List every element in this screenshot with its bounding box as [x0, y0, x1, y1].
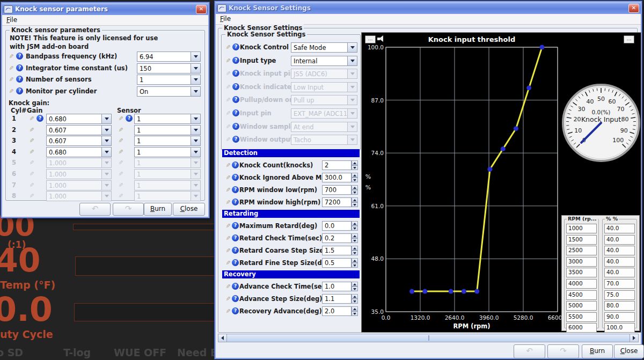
- dropdown[interactable]: 150: [137, 63, 201, 74]
- rpm-cell[interactable]: 3500: [566, 268, 597, 277]
- dropdown[interactable]: 1: [134, 191, 201, 201]
- spinner-field[interactable]: 0.5: [322, 258, 358, 268]
- help-icon[interactable]: ?: [232, 57, 239, 64]
- chevron-down-icon[interactable]: [191, 169, 201, 179]
- chevron-down-icon[interactable]: [191, 75, 201, 85]
- help-icon[interactable]: ?: [16, 64, 23, 71]
- help-icon[interactable]: ?: [232, 247, 239, 254]
- spinner-field[interactable]: 1.5: [322, 246, 358, 255]
- data-point[interactable]: [449, 289, 453, 294]
- pct-cell[interactable]: 40.0: [604, 235, 635, 245]
- chevron-down-icon[interactable]: [191, 191, 201, 201]
- pct-cell[interactable]: 80.0: [604, 301, 635, 311]
- pct-cell[interactable]: 40.0: [604, 268, 635, 277]
- dropdown[interactable]: 0.680: [46, 114, 112, 124]
- help-icon[interactable]: ?: [16, 76, 23, 83]
- rpm-cell[interactable]: 4500: [566, 290, 597, 300]
- data-point[interactable]: [539, 45, 544, 50]
- chevron-down-icon[interactable]: [101, 169, 112, 179]
- chevron-down-icon[interactable]: [191, 114, 201, 124]
- chevron-down-icon[interactable]: [347, 135, 357, 145]
- dropdown[interactable]: JS5 (ADC6): [291, 69, 357, 79]
- chevron-down-icon[interactable]: [101, 147, 112, 157]
- scrollbar-thumb[interactable]: [227, 334, 630, 342]
- spinner-up-icon[interactable]: [352, 221, 358, 226]
- spinner-down-icon[interactable]: [352, 311, 358, 316]
- spinner-field[interactable]: 2: [322, 160, 358, 170]
- dropdown[interactable]: Tacho: [291, 135, 357, 145]
- rpm-cell[interactable]: 1500: [566, 235, 597, 245]
- chevron-down-icon[interactable]: [101, 125, 112, 135]
- chevron-down-icon[interactable]: [347, 122, 357, 132]
- spinner-up-icon[interactable]: [352, 197, 358, 202]
- undo-button[interactable]: ↶: [514, 344, 545, 358]
- help-icon[interactable]: ?: [232, 96, 239, 103]
- undo-button[interactable]: ↶: [79, 203, 111, 216]
- spinner-field[interactable]: 1.0: [322, 282, 358, 291]
- spinner-field[interactable]: 0.0: [322, 221, 358, 231]
- spinner-down-icon[interactable]: [352, 251, 358, 255]
- chevron-down-icon[interactable]: [191, 158, 201, 168]
- dropdown[interactable]: 0.607: [46, 136, 112, 146]
- chevron-down-icon[interactable]: [347, 108, 357, 119]
- pct-cell[interactable]: 40.0: [604, 246, 635, 255]
- help-icon[interactable]: ?: [16, 87, 23, 94]
- chart-options-button[interactable]: …: [365, 35, 376, 43]
- spinner-up-icon[interactable]: [352, 258, 358, 263]
- help-icon[interactable]: ?: [232, 307, 239, 314]
- help-icon[interactable]: ?: [232, 295, 239, 302]
- dropdown[interactable]: 1.000: [46, 180, 112, 190]
- chevron-down-icon[interactable]: [101, 191, 112, 201]
- dropdown[interactable]: 6.94: [137, 52, 201, 62]
- chevron-down-icon[interactable]: [101, 136, 112, 146]
- rpm-cell[interactable]: 4000: [566, 279, 597, 289]
- help-icon[interactable]: ?: [232, 174, 239, 181]
- spinner-down-icon[interactable]: [352, 263, 358, 268]
- dropdown[interactable]: 1.000: [46, 169, 112, 179]
- dropdown[interactable]: Pull up: [291, 95, 357, 105]
- dropdown[interactable]: 1: [134, 136, 201, 146]
- data-point[interactable]: [501, 146, 506, 151]
- close-button[interactable]: Close: [173, 203, 205, 216]
- chevron-down-icon[interactable]: [347, 95, 357, 105]
- redo-button[interactable]: ↷: [113, 203, 144, 216]
- chevron-down-icon[interactable]: [191, 86, 201, 97]
- chevron-down-icon[interactable]: [191, 63, 201, 74]
- chevron-down-icon[interactable]: [101, 114, 112, 124]
- spinner-up-icon[interactable]: [352, 306, 358, 311]
- chevron-down-icon[interactable]: [191, 125, 201, 135]
- close-icon[interactable]: ✕: [628, 4, 639, 13]
- pct-cell[interactable]: 75.0: [604, 290, 635, 300]
- left-window-titlebar[interactable]: Knock sensor parameters ✕: [2, 3, 208, 15]
- dropdown[interactable]: Internal: [291, 56, 357, 66]
- dropdown[interactable]: 1: [137, 75, 201, 85]
- spinner-up-icon[interactable]: [352, 246, 358, 251]
- dropdown[interactable]: 1.000: [46, 158, 112, 168]
- dropdown[interactable]: 1: [134, 169, 201, 179]
- help-icon[interactable]: ?: [232, 259, 239, 266]
- chevron-down-icon[interactable]: [347, 42, 357, 53]
- scroll-left-arrow[interactable]: [218, 334, 227, 342]
- chevron-down-icon[interactable]: [101, 180, 112, 190]
- dropdown[interactable]: 1.000: [46, 191, 112, 201]
- help-icon[interactable]: ?: [232, 70, 239, 77]
- dropdown[interactable]: EXT_MAP (ADC11): [291, 108, 357, 119]
- close-button[interactable]: Close: [614, 344, 644, 358]
- help-icon[interactable]: ?: [232, 109, 239, 116]
- spinner-up-icon[interactable]: [352, 233, 358, 238]
- spinner-down-icon[interactable]: [352, 202, 358, 207]
- help-icon[interactable]: ?: [232, 186, 239, 193]
- chevron-down-icon[interactable]: [347, 56, 357, 66]
- chevron-down-icon[interactable]: [101, 158, 112, 168]
- help-icon[interactable]: ?: [232, 222, 239, 229]
- dropdown[interactable]: Safe Mode: [291, 42, 357, 53]
- dropdown[interactable]: 1: [134, 125, 201, 135]
- horizontal-scrollbar[interactable]: [218, 334, 639, 342]
- spinner-field[interactable]: 7200: [322, 197, 358, 207]
- spinner-down-icon[interactable]: [352, 165, 358, 170]
- data-point[interactable]: [422, 289, 427, 294]
- chevron-down-icon[interactable]: [191, 147, 201, 157]
- help-icon[interactable]: ?: [232, 123, 239, 130]
- spinner-up-icon[interactable]: [352, 282, 358, 286]
- help-icon[interactable]: ?: [232, 161, 239, 168]
